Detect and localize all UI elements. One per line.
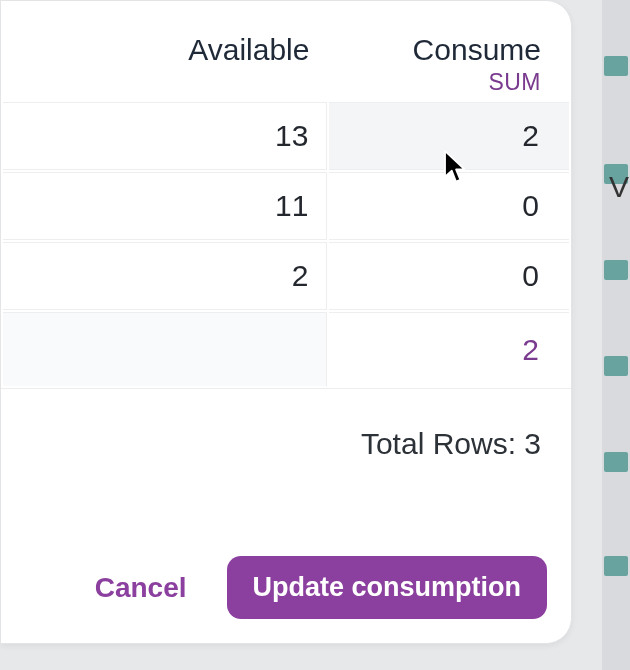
cell-available[interactable]: 13 [3, 102, 327, 170]
cell-available[interactable]: 2 [3, 242, 327, 310]
consumption-table: Available Consume SUM 13 2 11 0 2 0 [1, 1, 571, 388]
table-row[interactable]: 2 0 [3, 242, 569, 310]
background-rail [602, 0, 630, 670]
table-row[interactable]: 13 2 [3, 102, 569, 170]
header-consume-label: Consume [413, 33, 541, 66]
header-consume[interactable]: Consume SUM [329, 3, 569, 100]
cancel-button[interactable]: Cancel [91, 566, 191, 610]
header-available-label: Available [188, 33, 309, 66]
cell-consume[interactable]: 2 [329, 102, 569, 170]
sum-consume-cell: 2 [329, 312, 569, 386]
header-consume-sublabel: SUM [329, 69, 541, 96]
cell-available[interactable]: 11 [3, 172, 327, 240]
header-available[interactable]: Available [3, 3, 327, 100]
sum-available-cell [3, 312, 327, 386]
background-letter: V [609, 170, 629, 204]
dialog-actions: Cancel Update consumption [91, 556, 547, 619]
cell-consume[interactable]: 0 [329, 172, 569, 240]
table-sum-row: 2 [3, 312, 569, 386]
table-row[interactable]: 11 0 [3, 172, 569, 240]
total-rows-label: Total Rows: 3 [1, 388, 571, 491]
cell-consume[interactable]: 0 [329, 242, 569, 310]
consumption-panel: Available Consume SUM 13 2 11 0 2 0 [0, 0, 572, 644]
update-consumption-button[interactable]: Update consumption [227, 556, 548, 619]
